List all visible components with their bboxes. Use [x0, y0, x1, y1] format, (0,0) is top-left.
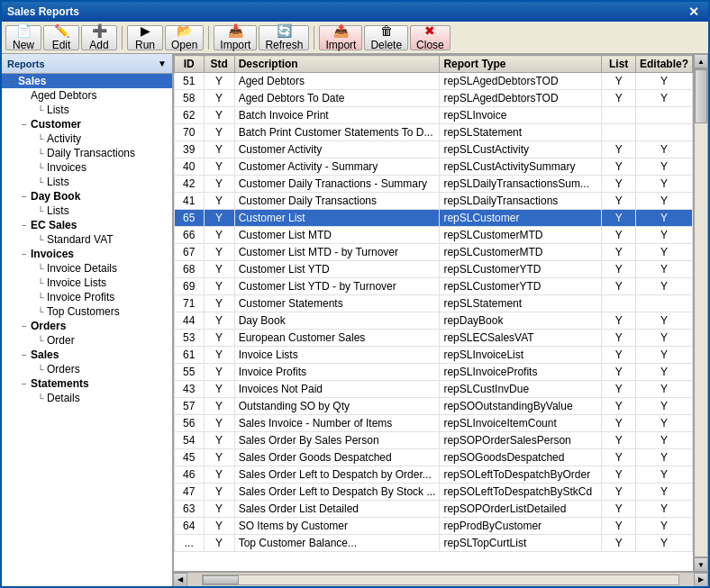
table-row[interactable]: 58 Y Aged Debtors To Date repSLAgedDebto… — [175, 90, 693, 107]
table-row[interactable]: 40 Y Customer Activity - Summary repSLCu… — [175, 158, 693, 176]
sidebar-item-lists3[interactable]: └ Lists — [2, 204, 172, 218]
sidebar-item-top-customers[interactable]: └ Top Customers — [2, 304, 172, 319]
table-row[interactable]: 41 Y Customer Daily Transactions repSLDa… — [175, 193, 693, 210]
sidebar-item-details[interactable]: └ Details — [2, 391, 172, 405]
cell-std: Y — [204, 449, 234, 466]
sidebar-item-order[interactable]: └ Order — [2, 333, 172, 348]
cell-std: Y — [204, 398, 234, 415]
edit-button[interactable]: ✏️ Edit — [43, 25, 79, 50]
vertical-scroll-thumb[interactable] — [695, 69, 707, 123]
cell-id: 62 — [175, 107, 205, 124]
table-row[interactable]: 69 Y Customer List YTD - by Turnover rep… — [175, 278, 693, 295]
cell-std: Y — [204, 193, 234, 210]
table-row[interactable]: 68 Y Customer List YTD repSLCustomerYTD … — [175, 261, 693, 278]
cell-desc: Invoices Not Paid — [234, 381, 440, 398]
sidebar-item-invoice-details[interactable]: └ Invoice Details — [2, 261, 172, 276]
table-row[interactable]: 47 Y Sales Order Left to Despatch By Sto… — [175, 484, 693, 501]
cell-editable: Y — [635, 330, 692, 347]
table-row[interactable]: 67 Y Customer List MTD - by Turnover rep… — [175, 244, 693, 261]
scroll-down-button[interactable]: ▼ — [694, 557, 708, 572]
table-row[interactable]: 63 Y Sales Order List Detailed repSOPOrd… — [175, 501, 693, 518]
scroll-up-button[interactable]: ▲ — [694, 54, 708, 68]
import-button[interactable]: 📥 Import — [214, 25, 257, 50]
vertical-scroll-track[interactable] — [694, 68, 708, 557]
table-row[interactable]: 65 Y Customer List repSLCustomer Y Y — [175, 210, 693, 227]
sidebar-item-ec-sales[interactable]: − EC Sales — [2, 218, 172, 232]
scroll-right-button[interactable]: ▶ — [694, 573, 708, 587]
sidebar-item-invoices-sub[interactable]: └ Invoices — [2, 160, 172, 175]
cell-list: Y — [602, 381, 636, 398]
cell-list: Y — [602, 398, 636, 415]
sidebar-item-invoice-profits[interactable]: └ Invoice Profits — [2, 290, 172, 304]
cell-std: Y — [204, 484, 234, 501]
leaf1-icon: └ — [34, 105, 47, 115]
table-row[interactable]: 44 Y Day Book repDayBook Y Y — [175, 312, 693, 330]
cell-list: Y — [602, 415, 636, 432]
sidebar-item-customer[interactable]: − Customer — [2, 117, 172, 131]
table-row[interactable]: 55 Y Invoice Profits repSLInvoiceProfits… — [175, 364, 693, 381]
sidebar-item-sales[interactable]: − Sales — [2, 74, 172, 88]
col-header-editable: Editable? — [635, 56, 692, 73]
new-label: New — [13, 39, 34, 51]
delete-button[interactable]: 🗑 Delete — [364, 25, 408, 50]
sidebar-item-statements[interactable]: − Statements — [2, 376, 172, 391]
sidebar-item-orders2[interactable]: └ Orders — [2, 362, 172, 376]
cell-type: repSOPOrderSalesPerson — [440, 432, 602, 449]
expand-sales-icon: − — [5, 77, 18, 86]
table-row[interactable]: 71 Y Customer Statements repSLStatement — [175, 295, 693, 312]
sidebar-item-invoices[interactable]: − Invoices — [2, 247, 172, 261]
window-close-button[interactable]: ✕ — [685, 5, 703, 19]
run-icon: ▶ — [141, 23, 150, 38]
cell-type: repSLCustActivitySummary — [440, 158, 602, 176]
sidebar-item-lists2[interactable]: └ Lists — [2, 175, 172, 189]
import2-button[interactable]: 📤 Import — [319, 25, 362, 50]
sidebar-dropdown-button[interactable]: ▼ — [158, 59, 167, 68]
run-button[interactable]: ▶ Run — [127, 25, 163, 50]
sidebar-top-customers-label: Top Customers — [47, 305, 120, 318]
refresh-label: Refresh — [265, 39, 303, 51]
sidebar-item-day-book[interactable]: − Day Book — [2, 189, 172, 204]
table-row[interactable]: 66 Y Customer List MTD repSLCustomerMTD … — [175, 227, 693, 244]
table-row[interactable]: 45 Y Sales Order Goods Despatched repSOG… — [175, 449, 693, 466]
horizontal-scroll-thumb[interactable] — [203, 575, 239, 584]
table-row[interactable]: 42 Y Customer Daily Tranactions - Summar… — [175, 176, 693, 193]
new-button[interactable]: 📄 New — [5, 25, 41, 50]
refresh-button[interactable]: 🔄 Refresh — [259, 25, 309, 50]
table-row[interactable]: 62 Y Batch Invoice Print repSLInvoice — [175, 107, 693, 124]
table-row[interactable]: 54 Y Sales Order By Sales Person repSOPO… — [175, 432, 693, 449]
table-row[interactable]: 64 Y SO Items by Customer repProdByCusto… — [175, 518, 693, 535]
table-row[interactable]: 46 Y Sales Order Left to Despatch by Ord… — [175, 466, 693, 484]
toolbar: 📄 New ✏️ Edit ➕ Add ▶ Run 📂 Open 📥 Impor… — [2, 22, 708, 54]
scroll-left-button[interactable]: ◀ — [173, 573, 187, 587]
cell-std: Y — [204, 244, 234, 261]
table-row[interactable]: 57 Y Outstanding SO by Qty repSOOutstand… — [175, 398, 693, 415]
table-row[interactable]: ... Y Top Customer Balance... repSLTopCu… — [175, 535, 693, 552]
sidebar-item-standard-vat[interactable]: └ Standard VAT — [2, 232, 172, 247]
table-row[interactable]: 39 Y Customer Activity repSLCustActivity… — [175, 141, 693, 158]
cell-id: 46 — [175, 466, 205, 484]
table-container[interactable]: ID Std Description Report Type List Edit… — [173, 54, 694, 572]
sidebar-item-activity[interactable]: └ Activity — [2, 131, 172, 146]
sidebar-item-sales2[interactable]: − Sales — [2, 348, 172, 362]
sidebar-item-orders[interactable]: − Orders — [2, 319, 172, 333]
table-row[interactable]: 61 Y Invoice Lists repSLInvoiceList Y Y — [175, 347, 693, 364]
cell-list: Y — [602, 261, 636, 278]
sidebar-item-daily-transactions[interactable]: └ Daily Transactions — [2, 146, 172, 160]
cell-list: Y — [602, 518, 636, 535]
table-row[interactable]: 51 Y Aged Debtors repSLAgedDebtorsTOD Y … — [175, 73, 693, 90]
horizontal-scroll-track[interactable] — [202, 574, 679, 585]
table-row[interactable]: 70 Y Batch Print Customer Statements To … — [175, 124, 693, 141]
sidebar-item-lists1[interactable]: └ Lists — [2, 103, 172, 117]
table-row[interactable]: 53 Y European Customer Sales repSLECSale… — [175, 330, 693, 347]
open-button[interactable]: 📂 Open — [165, 25, 204, 50]
add-button[interactable]: ➕ Add — [81, 25, 117, 50]
cell-list — [602, 124, 636, 141]
daily-icon: └ — [34, 149, 47, 158]
close-button[interactable]: ✖ Close — [410, 25, 451, 50]
import-label: Import — [220, 39, 250, 51]
cell-id: ... — [175, 535, 205, 552]
sidebar-item-invoice-lists[interactable]: └ Invoice Lists — [2, 276, 172, 290]
table-row[interactable]: 43 Y Invoices Not Paid repSLCustInvDue Y… — [175, 381, 693, 398]
table-row[interactable]: 56 Y Sales Invoice - Number of Items rep… — [175, 415, 693, 432]
sidebar-item-aged-debtors[interactable]: Aged Debtors — [2, 88, 172, 103]
